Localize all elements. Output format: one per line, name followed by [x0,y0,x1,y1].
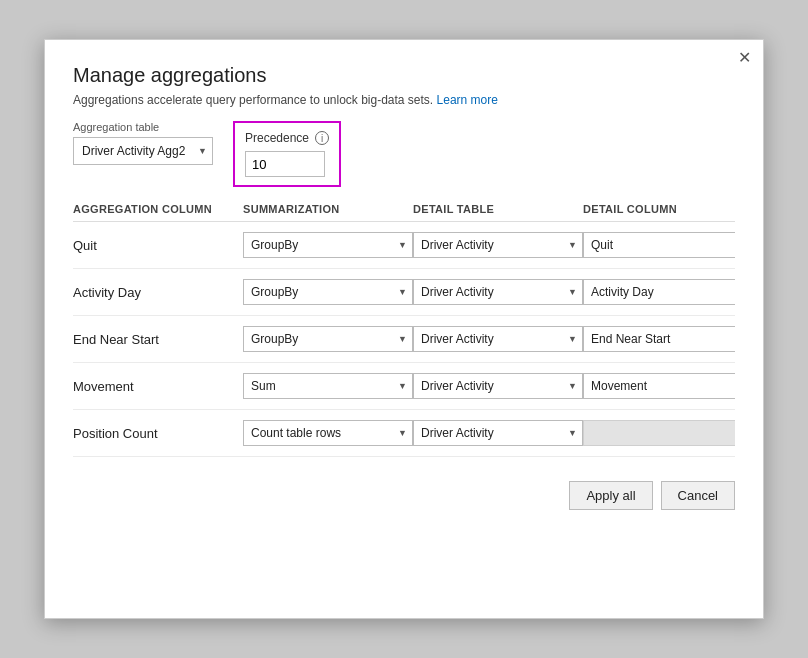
summarization-select-3[interactable]: SumGroupByCountCount table rows [243,373,413,399]
summarization-select-wrapper-2: GroupBySumCountCount table rows [243,326,413,352]
summarization-select-wrapper-3: SumGroupByCountCount table rows [243,373,413,399]
table-row: Quit GroupBySumCountCount table rows Dri… [73,222,735,269]
detail-column-select-1[interactable]: Activity DayQuitEnd Near StartMovement [583,279,735,305]
detail-column-select-wrapper-0: QuitActivity DayEnd Near StartMovement [583,232,735,258]
detail-column-select-4[interactable] [583,420,735,446]
detail-column-select-wrapper-3: MovementQuitActivity DayEnd Near Start [583,373,735,399]
detail-column-select-wrapper-2: End Near StartQuitActivity DayMovement [583,326,735,352]
summarization-select-2[interactable]: GroupBySumCountCount table rows [243,326,413,352]
header-detail-column: DETAIL COLUMN [583,203,753,215]
learn-more-link[interactable]: Learn more [437,93,498,107]
close-button[interactable]: ✕ [738,50,751,66]
detail-column-select-2[interactable]: End Near StartQuitActivity DayMovement [583,326,735,352]
agg-col-quit: Quit [73,238,243,253]
dialog-description: Aggregations accelerate query performanc… [73,93,735,107]
detail-table-select-wrapper-1: Driver Activity [413,279,583,305]
agg-col-end-near-start: End Near Start [73,332,243,347]
cancel-button[interactable]: Cancel [661,481,735,510]
summarization-select-1[interactable]: GroupBySumCountCount table rows [243,279,413,305]
detail-table-select-wrapper-3: Driver Activity [413,373,583,399]
manage-aggregations-dialog: ✕ Manage aggregations Aggregations accel… [44,39,764,619]
detail-table-select-3[interactable]: Driver Activity [413,373,583,399]
detail-table-select-4[interactable]: Driver Activity [413,420,583,446]
detail-column-select-wrapper-1: Activity DayQuitEnd Near StartMovement [583,279,735,305]
aggregation-table-select[interactable]: Driver Activity Agg2 [73,137,213,165]
info-icon[interactable]: i [315,131,329,145]
detail-table-select-wrapper-4: Driver Activity [413,420,583,446]
aggregation-table-label: Aggregation table [73,121,213,133]
table-row: Position Count Count table rowsGroupBySu… [73,410,735,457]
detail-column-select-0[interactable]: QuitActivity DayEnd Near StartMovement [583,232,735,258]
aggregation-table-select-wrapper: Driver Activity Agg2 [73,137,213,165]
precedence-box: Precedence i [233,121,341,187]
precedence-label: Precedence [245,131,309,145]
detail-table-select-2[interactable]: Driver Activity [413,326,583,352]
detail-table-select-wrapper-2: Driver Activity [413,326,583,352]
top-controls: Aggregation table Driver Activity Agg2 P… [73,121,735,187]
summarization-select-wrapper-1: GroupBySumCountCount table rows [243,279,413,305]
header-actions [753,203,793,215]
summarization-select-wrapper-0: GroupBySumCountCount table rows [243,232,413,258]
table-row: Movement SumGroupByCountCount table rows… [73,363,735,410]
table-header: AGGREGATION COLUMN SUMMARIZATION DETAIL … [73,203,735,222]
detail-column-select-wrapper-4 [583,420,735,446]
agg-col-movement: Movement [73,379,243,394]
apply-all-button[interactable]: Apply all [569,481,652,510]
agg-col-activity-day: Activity Day [73,285,243,300]
header-detail-table: DETAIL TABLE [413,203,583,215]
header-summarization: SUMMARIZATION [243,203,413,215]
precedence-label-row: Precedence i [245,131,329,145]
detail-table-select-wrapper-0: Driver Activity [413,232,583,258]
table-row: Activity Day GroupBySumCountCount table … [73,269,735,316]
dialog-title: Manage aggregations [73,64,735,87]
table-row: End Near Start GroupBySumCountCount tabl… [73,316,735,363]
agg-col-position-count: Position Count [73,426,243,441]
description-text: Aggregations accelerate query performanc… [73,93,433,107]
summarization-select-0[interactable]: GroupBySumCountCount table rows [243,232,413,258]
aggregation-table-field: Aggregation table Driver Activity Agg2 [73,121,213,165]
rows-scroll-area[interactable]: Quit GroupBySumCountCount table rows Dri… [73,222,735,457]
summarization-select-wrapper-4: Count table rowsGroupBySumCount [243,420,413,446]
dialog-footer: Apply all Cancel [73,481,735,510]
detail-table-select-1[interactable]: Driver Activity [413,279,583,305]
precedence-input[interactable] [245,151,325,177]
detail-table-select-0[interactable]: Driver Activity [413,232,583,258]
summarization-select-4[interactable]: Count table rowsGroupBySumCount [243,420,413,446]
detail-column-select-3[interactable]: MovementQuitActivity DayEnd Near Start [583,373,735,399]
header-aggregation-column: AGGREGATION COLUMN [73,203,243,215]
